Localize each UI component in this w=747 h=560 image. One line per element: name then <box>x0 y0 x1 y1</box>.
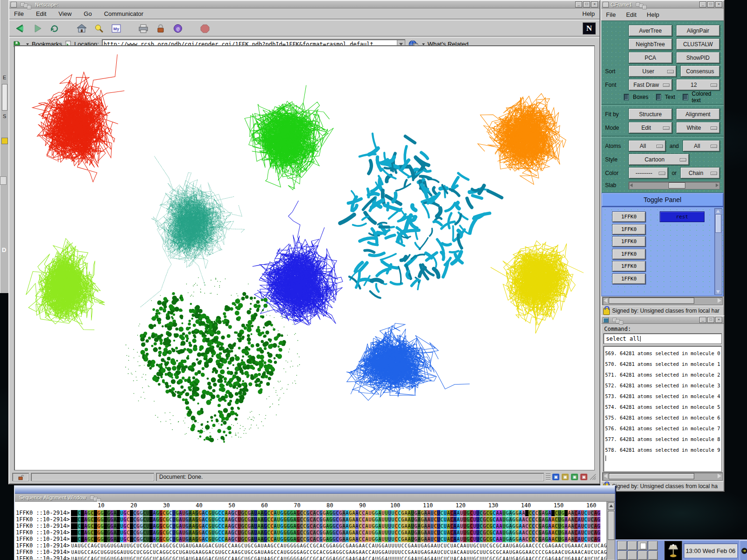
font-size-option-menu[interactable]: 12 <box>676 79 720 91</box>
stop-button[interactable] <box>198 22 212 35</box>
menu-edit[interactable]: Edit <box>626 11 636 18</box>
color-by-option-menu[interactable]: Chain <box>680 167 720 179</box>
shop-button[interactable]: @ <box>171 22 185 35</box>
window-menu-icon[interactable] <box>11 2 17 7</box>
workspace-button[interactable] <box>648 541 658 550</box>
molecule-toggle-button[interactable]: 1FFK0 <box>612 261 646 272</box>
netscape-titlebar[interactable]: Netscape: _ □ × <box>9 1 599 8</box>
scroll-thumb[interactable] <box>609 298 694 304</box>
style-option-menu[interactable]: Cartoon <box>628 154 689 165</box>
workspace-button[interactable] <box>638 541 648 550</box>
mode-option-menu[interactable]: Edit <box>628 122 672 133</box>
menu-go[interactable]: Go <box>84 10 92 17</box>
close-icon[interactable]: × <box>715 1 722 7</box>
netscape-logo-throbber[interactable]: N <box>583 22 596 35</box>
atoms-right-option-menu[interactable]: All <box>683 140 720 152</box>
minimize-icon[interactable]: _ <box>575 1 582 7</box>
workspace-button[interactable] <box>617 551 627 560</box>
checkbox-text[interactable] <box>656 94 661 100</box>
security-status-well[interactable] <box>12 473 29 481</box>
navigator-icon[interactable]: ▣ <box>552 474 559 480</box>
neighbtree-button[interactable]: NeighbTree <box>628 38 672 50</box>
workspace-button[interactable] <box>638 551 648 560</box>
slider-left-arrow-icon[interactable] <box>630 183 633 187</box>
slider-right-arrow-icon[interactable] <box>716 183 719 187</box>
menu-view[interactable]: View <box>58 10 71 17</box>
workspace-button[interactable] <box>627 551 637 560</box>
menu-edit[interactable]: Edit <box>36 10 46 17</box>
forward-button[interactable] <box>30 22 44 35</box>
rest-button[interactable]: rest <box>660 211 705 222</box>
scroll-left-icon[interactable] <box>604 298 607 303</box>
command-hscrollbar[interactable] <box>602 472 723 481</box>
menu-communicator[interactable]: Communicator <box>104 10 144 17</box>
avertree-button[interactable]: AverTree <box>628 25 672 36</box>
scroll-down-icon[interactable] <box>716 290 720 294</box>
alignpair-button[interactable]: AlignPair <box>676 25 720 36</box>
back-button[interactable] <box>13 22 27 35</box>
command-output-log[interactable]: 569. 64281 atoms selected in molecule 05… <box>603 346 722 472</box>
sequence-vscrollbar[interactable] <box>606 502 615 560</box>
slider-thumb[interactable] <box>669 182 685 189</box>
consensus-button[interactable]: Consensus <box>680 65 720 77</box>
scroll-thumb[interactable] <box>609 473 694 479</box>
close-icon[interactable]: × <box>715 317 722 323</box>
scroll-right-icon[interactable] <box>718 298 721 303</box>
showpid-button[interactable]: ShowPID <box>676 52 720 63</box>
command-titlebar[interactable]: _ □ × <box>601 316 724 324</box>
scroll-up-icon[interactable] <box>716 210 720 213</box>
toggle-panel-button[interactable]: Toggle Panel <box>601 193 724 207</box>
slab-slider[interactable] <box>628 182 720 189</box>
toggle-list-hscrollbar[interactable] <box>602 297 723 305</box>
molecule-toggle-button[interactable]: 1FFK0 <box>612 211 646 222</box>
window-menu-icon[interactable] <box>603 317 609 323</box>
workspace-button[interactable] <box>627 541 637 550</box>
maximize-icon[interactable]: □ <box>707 1 714 7</box>
security-button[interactable] <box>154 22 168 35</box>
scroll-thumb[interactable] <box>608 511 614 540</box>
minimize-icon[interactable]: _ <box>699 1 706 7</box>
alignment-grid[interactable]: 102030405060708090100110120130140150160 … <box>15 502 615 560</box>
resize-grip-icon[interactable] <box>589 473 597 481</box>
checkbox-boxes[interactable] <box>624 94 629 100</box>
minimize-icon[interactable]: _ <box>699 317 706 323</box>
background-option-menu[interactable]: White <box>676 122 720 133</box>
color-option-menu[interactable]: --------- <box>628 167 668 179</box>
home-button[interactable] <box>75 22 89 35</box>
composer-icon[interactable]: ▣ <box>580 474 587 480</box>
command-input[interactable]: select all <box>603 333 722 344</box>
component-bar-grip[interactable] <box>546 473 550 481</box>
mynetscape-button[interactable]: My <box>109 22 123 35</box>
menu-file[interactable]: File <box>14 10 24 17</box>
scroll-thumb[interactable] <box>715 214 721 233</box>
sort-option-menu[interactable]: User <box>628 65 677 77</box>
toggle-list-vscrollbar[interactable] <box>714 208 722 295</box>
checkbox-colored-text[interactable] <box>683 94 688 100</box>
print-button[interactable] <box>136 22 150 35</box>
clustalw-button[interactable]: CLUSTALW <box>676 38 720 50</box>
atoms-left-option-menu[interactable]: All <box>628 140 666 152</box>
sequence-titlebar[interactable]: Sequence Alignment Window <box>15 494 615 502</box>
subpanel-arrow-icon[interactable]: ➔ <box>741 548 747 554</box>
fit-structure-button[interactable]: Structure <box>628 108 672 120</box>
lamp-panel[interactable] <box>664 541 682 560</box>
molecule-toggle-button[interactable]: 1FFK0 <box>612 273 646 284</box>
cframe-titlebar[interactable]: CFrame1 _ □ × <box>601 1 724 8</box>
molecule-toggle-button[interactable]: 1FFK0 <box>612 249 646 259</box>
maximize-icon[interactable]: □ <box>707 317 714 323</box>
search-button[interactable] <box>92 22 106 35</box>
molecule-toggle-button[interactable]: 1FFK0 <box>612 224 646 235</box>
reload-button[interactable] <box>48 22 62 35</box>
close-icon[interactable]: × <box>591 1 598 7</box>
inbox-icon[interactable]: ▣ <box>562 474 569 480</box>
menu-help[interactable]: Help <box>582 10 595 17</box>
fit-alignment-button[interactable]: Alignment <box>676 108 720 120</box>
molecule-toggle-button[interactable]: 1FFK0 <box>612 236 646 247</box>
scroll-right-icon[interactable] <box>718 474 721 478</box>
workspace-button[interactable] <box>648 551 658 560</box>
discussions-icon[interactable]: ▣ <box>571 474 578 480</box>
menu-file[interactable]: File <box>606 11 616 18</box>
menu-help[interactable]: Help <box>647 11 659 18</box>
workspace-button[interactable] <box>617 541 627 550</box>
maximize-icon[interactable]: □ <box>583 1 590 7</box>
